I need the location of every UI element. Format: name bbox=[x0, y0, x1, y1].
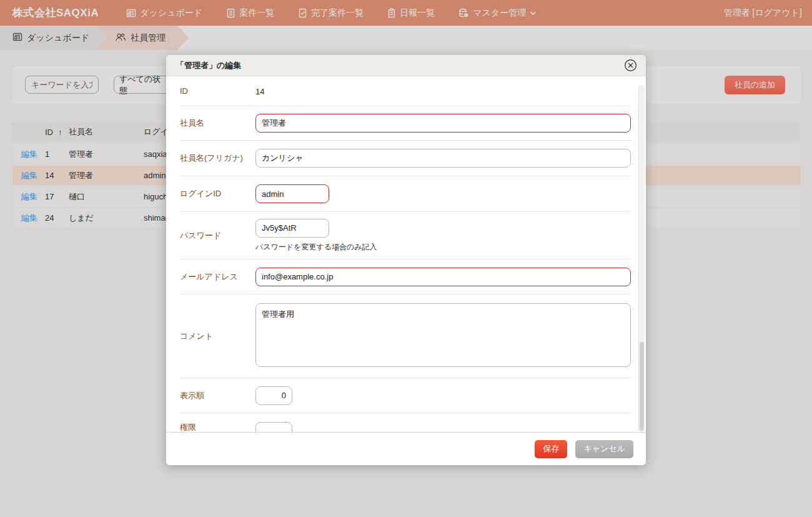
field-label: 社員名 bbox=[180, 118, 255, 129]
save-button[interactable]: 保存 bbox=[535, 440, 567, 458]
modal-scrollbar-track[interactable] bbox=[638, 85, 645, 432]
role-input[interactable] bbox=[255, 422, 292, 432]
comment-textarea[interactable]: 管理者用 bbox=[255, 303, 631, 367]
edit-employee-modal: 「管理者」の編集 ID 14 社員名 社員名(フリガナ) ログインID パスワー… bbox=[166, 55, 646, 465]
id-value: 14 bbox=[255, 87, 264, 96]
field-row-comment: コメント 管理者用 bbox=[180, 294, 631, 378]
display-order-input[interactable] bbox=[255, 386, 292, 405]
modal-scrollbar-thumb[interactable] bbox=[640, 342, 644, 431]
field-label: ログインID bbox=[180, 188, 255, 199]
field-label: 社員名(フリガナ) bbox=[180, 153, 255, 164]
field-label: 表示順 bbox=[180, 390, 255, 401]
field-row-password: パスワード パスワードを変更する場合のみ記入 bbox=[180, 212, 631, 259]
field-label: パスワード bbox=[180, 230, 255, 241]
modal-title: 「管理者」の編集 bbox=[176, 60, 241, 71]
field-row-kana: 社員名(フリガナ) bbox=[180, 141, 631, 176]
password-input[interactable] bbox=[255, 219, 329, 238]
close-icon[interactable] bbox=[624, 59, 637, 72]
cancel-button[interactable]: キャンセル bbox=[575, 440, 633, 458]
login-id-input[interactable] bbox=[255, 184, 329, 203]
field-label: メールアドレス bbox=[180, 271, 255, 283]
field-row-email: メールアドレス bbox=[180, 259, 631, 294]
field-label: ID bbox=[180, 86, 255, 96]
field-row-name: 社員名 bbox=[180, 106, 631, 141]
employee-name-input[interactable] bbox=[255, 114, 631, 133]
modal-body: ID 14 社員名 社員名(フリガナ) ログインID パスワード パスワードを変… bbox=[166, 76, 646, 432]
field-row-id: ID 14 bbox=[180, 76, 631, 106]
field-label: 権限 bbox=[180, 422, 255, 432]
field-label: コメント bbox=[180, 331, 255, 342]
modal-footer: 保存 キャンセル bbox=[166, 432, 646, 465]
employee-kana-input[interactable] bbox=[255, 149, 631, 168]
field-row-role: 権限 bbox=[180, 413, 631, 432]
password-note: パスワードを変更する場合のみ記入 bbox=[255, 242, 631, 253]
email-input[interactable] bbox=[255, 268, 631, 286]
field-row-login: ログインID bbox=[180, 176, 631, 212]
field-row-display-order: 表示順 bbox=[180, 378, 631, 413]
modal-header: 「管理者」の編集 bbox=[166, 55, 646, 76]
